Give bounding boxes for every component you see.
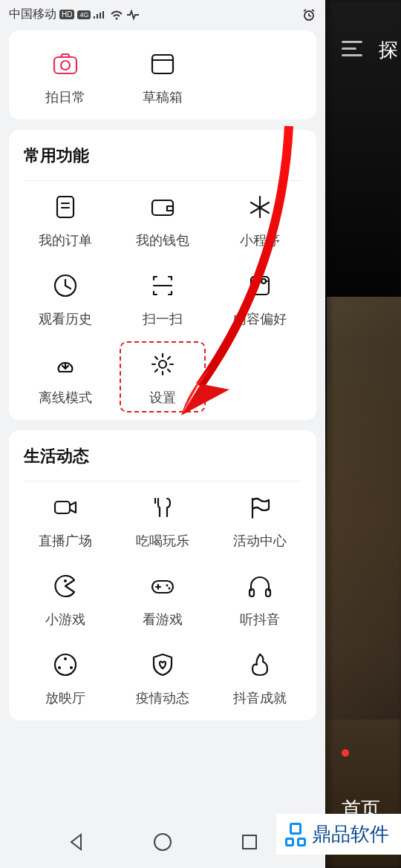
nav-back-button[interactable] — [67, 832, 86, 852]
item-label: 直播广场 — [39, 532, 92, 550]
item-label: 小程序 — [240, 231, 280, 249]
carrier-label: 中国移动 — [9, 7, 56, 22]
svg-rect-6 — [152, 200, 173, 215]
pref-icon — [244, 270, 276, 301]
status-bar: 中国移动 HD 4G — [0, 0, 325, 26]
item-label: 小游戏 — [45, 611, 85, 628]
hamburger-icon[interactable] — [342, 41, 362, 56]
my-orders-button[interactable]: 我的订单 — [16, 191, 114, 249]
common-functions-card: 常用功能 我的订单 我的钱包 小程序 观看历史 扫一扫 — [9, 130, 316, 420]
network-badge: 4G — [77, 10, 91, 19]
livecam-icon — [50, 492, 81, 523]
live-square-button[interactable]: 直播广场 — [16, 492, 114, 550]
svg-rect-23 — [243, 835, 256, 849]
background-video-blur — [327, 297, 401, 720]
panel-shadow — [325, 0, 334, 868]
miniapp-icon — [244, 191, 276, 223]
life-section-card: 生活动态 直播广场 吃喝玩乐 活动中心 小游戏 看游戏 — [9, 430, 316, 720]
history-icon — [50, 270, 81, 301]
achievements-button[interactable]: 抖音成就 — [212, 649, 309, 707]
pacman-icon — [50, 571, 81, 602]
food-fun-button[interactable]: 吃喝玩乐 — [114, 492, 211, 550]
svg-point-19 — [64, 657, 67, 660]
fork-icon — [147, 492, 178, 523]
svg-rect-4 — [152, 55, 173, 73]
svg-point-14 — [166, 585, 168, 587]
drafts-button[interactable]: 草稿箱 — [114, 48, 211, 106]
side-panel: 中国移动 HD 4G 拍日常 草稿箱 常用功能 — [0, 0, 325, 868]
drafts-icon — [147, 48, 178, 79]
item-label: 内容偏好 — [233, 310, 287, 328]
item-label: 观看历史 — [39, 310, 92, 328]
item-label: 我的钱包 — [136, 231, 189, 249]
gamepad-icon — [147, 571, 178, 602]
divider — [24, 481, 301, 481]
covid-news-button[interactable]: 疫情动态 — [114, 649, 211, 707]
offline-icon — [50, 349, 81, 380]
offline-mode-button[interactable]: 离线模式 — [16, 349, 114, 407]
scan-button[interactable]: 扫一扫 — [114, 270, 211, 328]
svg-point-15 — [168, 588, 170, 590]
listen-douyin-button[interactable]: 听抖音 — [212, 571, 309, 628]
heart-rate-icon — [126, 9, 140, 21]
headphones-icon — [244, 571, 276, 602]
settings-button[interactable]: 设置 — [114, 349, 211, 407]
svg-rect-8 — [251, 277, 269, 295]
watermark-text: 鼎品软件 — [312, 821, 389, 847]
item-label: 拍日常 — [45, 88, 85, 106]
signal-icon — [94, 10, 107, 20]
svg-point-3 — [61, 61, 70, 70]
hd-badge: HD — [59, 10, 74, 19]
svg-point-12 — [64, 579, 67, 582]
alarm-icon — [301, 8, 316, 22]
item-label: 放映厅 — [45, 689, 85, 707]
camera-icon — [50, 48, 81, 79]
content-pref-button[interactable]: 内容偏好 — [212, 270, 309, 328]
mini-games-button[interactable]: 小游戏 — [16, 571, 114, 628]
item-label: 抖音成就 — [233, 689, 287, 707]
item-label: 草稿箱 — [143, 88, 183, 106]
flag-icon — [244, 492, 276, 523]
item-label: 离线模式 — [39, 389, 92, 407]
svg-point-22 — [154, 834, 171, 850]
section-title: 常用功能 — [16, 145, 309, 180]
watermark-logo-icon — [285, 823, 306, 846]
svg-rect-11 — [55, 502, 70, 513]
svg-point-0 — [116, 17, 118, 19]
annotation-highlight — [120, 341, 205, 412]
fire-icon — [244, 649, 276, 680]
item-label: 吃喝玩乐 — [136, 532, 189, 550]
wallet-icon — [147, 191, 178, 223]
quick-actions-card: 拍日常 草稿箱 — [9, 30, 316, 119]
item-label: 活动中心 — [233, 532, 287, 550]
wifi-icon — [110, 10, 123, 20]
nav-recent-button[interactable] — [240, 832, 259, 852]
item-label: 看游戏 — [143, 611, 183, 628]
item-label: 听抖音 — [240, 611, 280, 628]
svg-rect-2 — [54, 57, 76, 73]
mini-app-button[interactable]: 小程序 — [212, 191, 309, 249]
daily-shoot-button[interactable]: 拍日常 — [16, 48, 114, 106]
item-label: 疫情动态 — [136, 689, 189, 707]
scan-icon — [147, 270, 178, 301]
shield-heart-icon — [147, 649, 178, 680]
item-label: 我的订单 — [39, 231, 92, 249]
orders-icon — [50, 191, 81, 223]
item-label: 扫一扫 — [143, 310, 183, 328]
activity-center-button[interactable]: 活动中心 — [212, 492, 309, 550]
nav-home-button[interactable] — [152, 832, 173, 852]
cinema-button[interactable]: 放映厅 — [16, 649, 114, 707]
svg-point-20 — [58, 666, 61, 669]
notification-dot — [342, 749, 349, 757]
watermark: 鼎品软件 — [276, 814, 401, 855]
background-tab-explore[interactable]: 探 — [379, 37, 398, 63]
svg-point-21 — [70, 666, 73, 669]
watch-games-button[interactable]: 看游戏 — [114, 571, 211, 628]
film-icon — [50, 649, 81, 680]
section-title: 生活动态 — [16, 445, 309, 481]
my-wallet-button[interactable]: 我的钱包 — [114, 191, 211, 249]
watch-history-button[interactable]: 观看历史 — [16, 270, 114, 328]
divider — [24, 180, 301, 181]
